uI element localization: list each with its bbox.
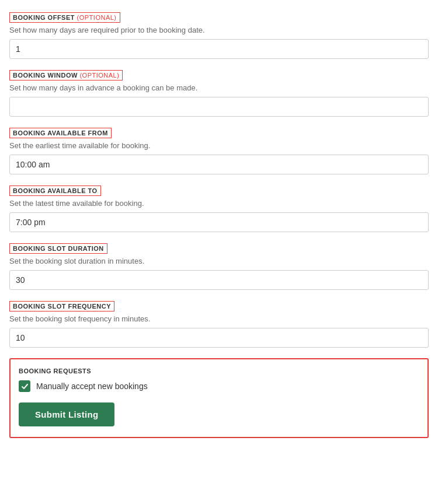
description-booking-window: Set how many days in advance a booking c… <box>9 83 429 92</box>
manually-accept-checkbox[interactable] <box>19 380 30 392</box>
input-booking-available-to[interactable] <box>9 212 429 232</box>
field-block-booking-slot-frequency: BOOKING SLOT FREQUENCYSet the booking sl… <box>9 300 429 348</box>
booking-requests-block: BOOKING REQUESTS Manually accept new boo… <box>9 358 429 438</box>
field-block-booking-available-to: BOOKING AVAILABLE TOSet the latest time … <box>9 185 429 232</box>
label-booking-offset: BOOKING OFFSET (OPTIONAL) <box>9 12 120 23</box>
description-booking-available-from: Set the earliest time available for book… <box>9 141 429 150</box>
input-booking-slot-frequency[interactable] <box>9 328 429 348</box>
field-block-booking-window: BOOKING WINDOW (OPTIONAL)Set how many da… <box>9 69 429 117</box>
label-booking-window: BOOKING WINDOW (OPTIONAL) <box>9 70 123 80</box>
description-booking-available-to: Set the latest time available for bookin… <box>9 199 429 208</box>
field-block-booking-slot-duration: BOOKING SLOT DURATIONSet the booking slo… <box>9 243 429 290</box>
optional-text-booking-window: (OPTIONAL) <box>78 72 120 79</box>
checkbox-label: Manually accept new bookings <box>36 382 148 391</box>
input-booking-window[interactable] <box>9 97 429 117</box>
input-booking-offset[interactable] <box>9 39 429 59</box>
submit-listing-button[interactable]: Submit Listing <box>19 402 114 426</box>
label-booking-slot-duration: BOOKING SLOT DURATION <box>9 243 107 254</box>
description-booking-slot-frequency: Set the booking slot frequency in minute… <box>9 314 429 323</box>
input-booking-slot-duration[interactable] <box>9 270 429 290</box>
checkbox-row: Manually accept new bookings <box>19 380 419 392</box>
booking-requests-title: BOOKING REQUESTS <box>19 368 419 374</box>
label-booking-available-from: BOOKING AVAILABLE FROM <box>9 128 112 138</box>
field-block-booking-offset: BOOKING OFFSET (OPTIONAL)Set how many da… <box>9 12 429 59</box>
label-booking-available-to: BOOKING AVAILABLE TO <box>9 186 101 196</box>
description-booking-slot-duration: Set the booking slot duration in minutes… <box>9 257 429 265</box>
description-booking-offset: Set how many days are required prior to … <box>9 26 429 34</box>
input-booking-available-from[interactable] <box>9 155 429 174</box>
optional-text-booking-offset: (OPTIONAL) <box>75 14 117 21</box>
label-booking-slot-frequency: BOOKING SLOT FREQUENCY <box>9 301 114 312</box>
field-block-booking-available-from: BOOKING AVAILABLE FROMSet the earliest t… <box>9 127 429 174</box>
